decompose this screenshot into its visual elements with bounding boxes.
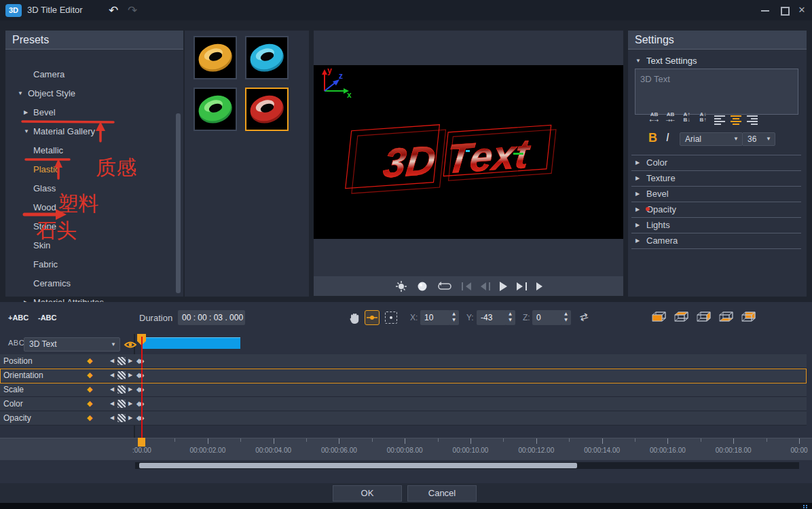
preset-item-wood[interactable]: Wood — [5, 198, 175, 217]
section-texture[interactable]: ▶Texture — [628, 170, 805, 186]
previous-keyframe-icon[interactable]: ◀ — [110, 354, 114, 368]
z-stepper[interactable]: ▲▼ — [561, 310, 571, 325]
keyframe-toggle-icon[interactable]: ◆ — [87, 383, 92, 396]
track-row-orientation[interactable]: Orientation◆◀▶◆◆ — [0, 369, 807, 383]
expander-icon[interactable]: ▼ — [18, 84, 23, 103]
previous-frame-button[interactable] — [481, 282, 490, 290]
next-keyframe-icon[interactable]: ▶ — [128, 411, 132, 425]
timeline-scrollbar-thumb[interactable] — [139, 463, 577, 468]
x-stepper[interactable]: ▲▼ — [449, 310, 459, 325]
italic-button[interactable]: I — [666, 132, 669, 144]
next-keyframe-icon[interactable]: ▶ — [128, 397, 132, 411]
remove-text-button[interactable]: -ABC — [38, 314, 57, 322]
next-keyframe-icon[interactable]: ▶ — [128, 383, 132, 396]
y-input[interactable]: -43 — [477, 310, 506, 325]
font-family-select[interactable]: Arial▼ — [680, 132, 743, 146]
select-region-icon[interactable] — [385, 312, 397, 324]
expander-icon[interactable]: ▼ — [24, 122, 29, 141]
preset-item-skin[interactable]: Skin — [5, 236, 175, 255]
sphere-icon[interactable] — [417, 281, 428, 292]
track-row-scale[interactable]: Scale◆◀▶◆◆ — [0, 383, 807, 397]
expander-icon[interactable]: ▶ — [635, 155, 640, 170]
keyframe-toggle-icon[interactable]: ◆ — [87, 411, 92, 425]
timeline-clip[interactable] — [142, 337, 240, 349]
presets-scrollbar[interactable] — [176, 113, 181, 293]
material-thumbnail-red-marble-torus[interactable] — [245, 88, 289, 131]
previous-keyframe-icon[interactable]: ◀ — [110, 397, 114, 411]
interpolation-icon[interactable] — [117, 385, 126, 394]
letter-spacing-increase-icon[interactable]: AB←→ — [647, 112, 661, 126]
preset-item-stone[interactable]: Stone — [5, 217, 175, 236]
align-center-icon[interactable] — [730, 114, 742, 124]
section-opacity[interactable]: ▶Opacity — [628, 202, 805, 217]
previous-keyframe-icon[interactable]: ◀ — [110, 369, 114, 382]
track-row-opacity[interactable]: Opacity◆◀▶◆◆ — [0, 411, 807, 426]
text-settings-label[interactable]: Text Settings — [646, 54, 697, 68]
ruler-playhead-handle[interactable] — [138, 438, 145, 447]
preset-item-object-style[interactable]: ▼Object Style — [5, 84, 175, 103]
preset-item-ceramics[interactable]: Ceramics — [5, 274, 175, 293]
z-input[interactable]: 0 — [532, 310, 562, 325]
material-thumbnail-blue-torus[interactable] — [245, 36, 289, 79]
preset-item-material-gallery[interactable]: ▼Material Gallery — [5, 122, 175, 141]
cancel-button[interactable]: Cancel — [407, 485, 477, 502]
first-frame-button[interactable] — [462, 282, 471, 290]
interpolation-icon[interactable] — [117, 400, 126, 408]
expander-icon[interactable]: ▶ — [635, 217, 640, 233]
preset-item-metallic[interactable]: Metallic — [5, 141, 175, 160]
text-settings-expander-icon[interactable]: ▼ — [635, 54, 641, 68]
undo-icon[interactable]: ↶ — [105, 2, 122, 18]
line-spacing-increase-icon[interactable]: A↑B↓ — [680, 112, 694, 126]
track-row-position[interactable]: Position◆◀▶◆◆ — [0, 354, 807, 369]
last-frame-button[interactable] — [536, 282, 542, 290]
next-keyframe-icon[interactable]: ▶ — [128, 354, 132, 368]
playhead-line[interactable] — [141, 337, 143, 447]
3d-text-object[interactable]: 3D Text — [329, 105, 587, 206]
add-text-button[interactable]: +ABC — [8, 314, 29, 322]
interpolation-icon[interactable] — [117, 371, 126, 379]
layer-select[interactable]: 3D Text▼ — [24, 337, 120, 352]
section-camera[interactable]: ▶Camera — [628, 233, 805, 248]
loop-icon[interactable] — [437, 281, 452, 292]
play-button[interactable] — [500, 282, 507, 291]
timeline-ruler[interactable]: :00.0000:00:02.0000:00:04.0000:00:06.000… — [0, 438, 812, 460]
expander-icon[interactable]: ▶ — [24, 103, 28, 122]
timeline-scrollbar-track[interactable] — [135, 462, 799, 469]
keyframe-toggle-icon[interactable]: ◆ — [87, 397, 92, 411]
expander-icon[interactable]: ▶ — [635, 233, 640, 248]
pan-hand-icon[interactable] — [349, 312, 360, 324]
section-color[interactable]: ▶Color — [628, 155, 805, 170]
align-right-icon[interactable] — [745, 114, 758, 124]
expander-icon[interactable]: ▶ — [635, 202, 640, 217]
line-spacing-decrease-icon[interactable]: A↓B↑ — [696, 112, 710, 126]
taskbar-tray-icon[interactable] — [802, 504, 808, 508]
face-top-icon[interactable] — [673, 311, 690, 326]
keyframe-toggle-icon[interactable]: ◆ — [87, 354, 92, 368]
preset-item-glass[interactable]: Glass — [5, 179, 175, 198]
font-size-select[interactable]: 36▼ — [742, 132, 775, 146]
bold-button[interactable]: B — [648, 131, 657, 145]
preview-viewport[interactable]: y x z 3D Text — [314, 65, 623, 239]
preset-item-camera[interactable]: Camera — [5, 65, 175, 84]
previous-keyframe-icon[interactable]: ◀ — [110, 383, 114, 396]
interpolation-icon[interactable] — [117, 357, 126, 365]
preset-item-fabric[interactable]: Fabric — [5, 255, 175, 274]
ok-button[interactable]: OK — [333, 485, 402, 502]
material-thumbnail-green-torus[interactable] — [193, 88, 237, 131]
move-tool-icon[interactable] — [365, 310, 380, 325]
preset-item-bevel[interactable]: ▶Bevel — [5, 103, 175, 122]
section-bevel[interactable]: ▶Bevel — [628, 186, 805, 202]
face-side-icon[interactable] — [695, 311, 713, 326]
redo-icon[interactable]: ↷ — [124, 2, 141, 18]
expander-icon[interactable]: ▶ — [635, 170, 640, 186]
face-bottom-icon[interactable] — [718, 311, 735, 326]
y-stepper[interactable]: ▲▼ — [505, 310, 515, 325]
interpolation-icon[interactable] — [117, 414, 126, 422]
material-thumbnail-yellow-torus[interactable] — [193, 36, 237, 79]
preset-item-plastic[interactable]: Plastic — [5, 160, 175, 179]
letter-spacing-decrease-icon[interactable]: AB→← — [663, 112, 678, 126]
track-row-color[interactable]: Color◆◀▶◆◆ — [0, 397, 807, 411]
minimize-button[interactable] — [756, 0, 774, 20]
next-frame-button[interactable] — [517, 282, 527, 290]
face-back-icon[interactable] — [740, 311, 758, 326]
